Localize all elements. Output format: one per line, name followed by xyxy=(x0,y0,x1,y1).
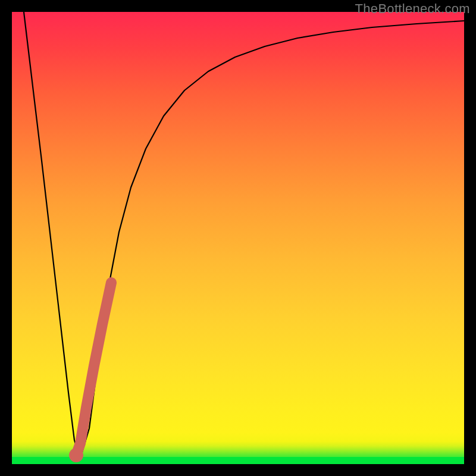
plot-area xyxy=(12,12,464,464)
watermark-label: TheBottleneck.com xyxy=(355,1,470,17)
chart-svg xyxy=(12,12,464,464)
chart-frame: TheBottleneck.com xyxy=(0,0,476,476)
selected-segment xyxy=(76,283,111,455)
selected-segment-dot-icon xyxy=(69,448,83,462)
